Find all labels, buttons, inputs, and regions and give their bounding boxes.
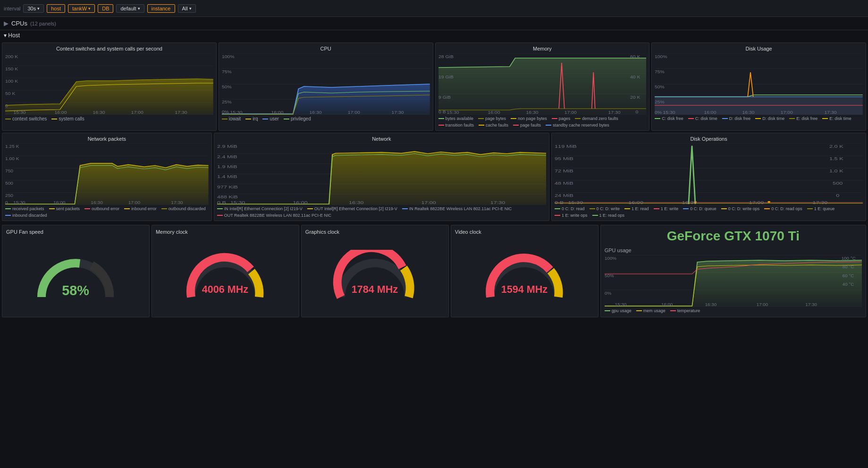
svg-text:16:00: 16:00 (704, 110, 717, 115)
svg-text:9 GiB: 9 GiB (438, 95, 451, 100)
svg-text:17:30: 17:30 (805, 302, 817, 307)
svg-text:977 KiB: 977 KiB (217, 185, 238, 189)
svg-text:0%: 0% (655, 110, 662, 115)
network-packets-legend: received packets sent packets outbound e… (5, 206, 209, 218)
host-label: Host (8, 32, 20, 39)
svg-text:17:30: 17:30 (391, 110, 404, 115)
svg-text:1.4 MiB: 1.4 MiB (217, 175, 237, 179)
fan-speed-gauge-svg: 58% (33, 250, 118, 302)
network-svg: 15:30 16:00 16:30 17:00 17:30 2.9 MiB 2.… (217, 144, 546, 205)
interval-arrow-icon: ▾ (37, 6, 40, 11)
host-button[interactable]: host (47, 4, 65, 13)
context-switches-legend: context switches system calls (5, 116, 213, 121)
cpu-title: CPU (222, 46, 430, 51)
svg-text:16:30: 16:30 (682, 200, 697, 204)
video-clock-title: Video clock (455, 229, 481, 235)
svg-text:16:00: 16:00 (488, 110, 500, 115)
interval-button[interactable]: 30s ▾ (23, 4, 44, 13)
all-button[interactable]: All ▾ (178, 4, 196, 13)
svg-text:100 K: 100 K (5, 79, 18, 84)
svg-text:20 K: 20 K (630, 95, 640, 100)
graphics-clock-gauge-svg: 1784 MHz (332, 250, 417, 302)
svg-text:1.00 K: 1.00 K (5, 157, 19, 161)
db-button[interactable]: DB (98, 4, 113, 13)
svg-text:1784 MHz: 1784 MHz (352, 283, 398, 295)
svg-text:16:00: 16:00 (628, 200, 643, 204)
memory-panel: Memory (435, 43, 650, 131)
svg-text:15:30: 15:30 (615, 302, 627, 307)
svg-text:2.0 K: 2.0 K (829, 145, 844, 149)
svg-text:15:30: 15:30 (230, 110, 243, 115)
svg-text:25%: 25% (222, 100, 232, 104)
disk-usage-legend: C: disk free C: disk time D: disk free D… (655, 116, 863, 121)
svg-text:1594 MHz: 1594 MHz (501, 283, 548, 295)
svg-text:19 GiB: 19 GiB (438, 75, 454, 79)
svg-text:17:30: 17:30 (171, 201, 183, 205)
svg-text:1.0 K: 1.0 K (829, 169, 844, 173)
gpu-fan-speed-title: GPU Fan speed (6, 229, 43, 235)
svg-text:119 MiB: 119 MiB (555, 145, 577, 149)
cpu-chart: 15:30 16:00 16:30 17:00 17:30 100% 75% 5… (222, 53, 430, 115)
svg-text:17:30: 17:30 (813, 200, 828, 204)
svg-text:16:30: 16:30 (526, 110, 539, 115)
svg-text:0%: 0% (222, 110, 229, 114)
svg-text:16:00: 16:00 (54, 110, 67, 115)
svg-text:16:00: 16:00 (271, 110, 284, 115)
gpu-usage-svg: 15:30 16:00 16:30 17:00 17:30 100% 50% 0… (605, 255, 862, 307)
svg-text:15:30: 15:30 (663, 110, 676, 115)
disk-usage-svg: 15:30 16:00 16:30 17:00 17:30 100% 75% 5… (655, 53, 863, 115)
svg-text:17:30: 17:30 (490, 200, 505, 204)
network-packets-panel: Network packets 15:30 (2, 133, 212, 221)
svg-text:100 °C: 100 °C (841, 255, 855, 261)
svg-text:50%: 50% (655, 85, 665, 89)
cpus-section-header[interactable]: ▶ CPUs (12 panels) (0, 17, 868, 30)
svg-text:750: 750 (5, 169, 13, 173)
tankw-button[interactable]: tankW ▾ (68, 4, 95, 13)
svg-text:2.9 MiB: 2.9 MiB (217, 144, 237, 148)
gpu-fan-speed-panel: GPU Fan speed 58% (2, 225, 150, 317)
svg-text:24 MiB: 24 MiB (555, 194, 573, 198)
cpu-legend: iowait irq user privileged (222, 116, 430, 121)
svg-text:72 MiB: 72 MiB (555, 169, 573, 173)
memory-clock-gauge-svg: 4006 MHz (183, 250, 268, 302)
disk-operations-chart: 15:30 16:00 16:30 17:00 17:30 119 MiB 95… (555, 144, 863, 205)
context-switches-title: Context switches and system calls per se… (5, 46, 213, 51)
svg-text:0 B: 0 B (438, 110, 446, 114)
svg-text:75%: 75% (222, 69, 232, 74)
svg-text:60 K: 60 K (630, 54, 640, 59)
disk-usage-title: Disk Usage (655, 46, 863, 51)
tankw-arrow-icon: ▾ (88, 6, 91, 11)
svg-text:17:00: 17:00 (564, 110, 577, 115)
interval-label: interval (4, 6, 20, 11)
svg-text:4006 MHz: 4006 MHz (202, 283, 249, 295)
disk-usage-panel: Disk Usage (651, 43, 866, 131)
svg-text:0: 0 (5, 103, 8, 108)
svg-text:100%: 100% (222, 54, 235, 59)
disk-operations-panel: Disk Operations 15:30 16:00 16:30 17:00 (551, 133, 866, 221)
svg-text:16:30: 16:30 (742, 110, 755, 115)
network-panel: Network 15:30 (214, 133, 549, 221)
svg-text:15:30: 15:30 (568, 200, 583, 204)
svg-text:50%: 50% (222, 85, 232, 89)
instance-button[interactable]: instance (147, 4, 175, 13)
disk-operations-svg: 15:30 16:00 16:30 17:00 17:30 119 MiB 95… (555, 144, 863, 205)
network-packets-svg: 15:30 16:00 16:30 17:00 17:30 1.25 K 1.0… (5, 144, 209, 205)
network-title: Network (217, 136, 546, 142)
row1-panels: Context switches and system calls per se… (0, 41, 868, 133)
svg-text:40 °C: 40 °C (843, 281, 854, 287)
cpus-toggle-icon: ▶ (4, 20, 8, 27)
svg-text:40 K: 40 K (630, 75, 640, 79)
svg-text:16:30: 16:30 (705, 302, 716, 307)
context-switches-chart: 15:30 16:00 16:30 17:00 17:30 200 K 150 … (5, 53, 213, 115)
default-button[interactable]: default ▾ (116, 4, 144, 13)
svg-text:17:30: 17:30 (608, 110, 621, 115)
svg-text:1.5 K: 1.5 K (829, 157, 844, 161)
svg-text:60 °C: 60 °C (843, 273, 854, 278)
svg-text:1.25 K: 1.25 K (5, 145, 19, 149)
host-section-header[interactable]: ▾ Host (0, 30, 868, 41)
memory-clock-panel: Memory clock 4006 MHz (152, 225, 299, 317)
svg-text:15:30: 15:30 (230, 200, 245, 204)
svg-text:28 GiB: 28 GiB (438, 54, 454, 59)
memory-legend: bytes available page bytes non page byte… (438, 116, 647, 128)
svg-text:17:00: 17:00 (781, 110, 793, 115)
